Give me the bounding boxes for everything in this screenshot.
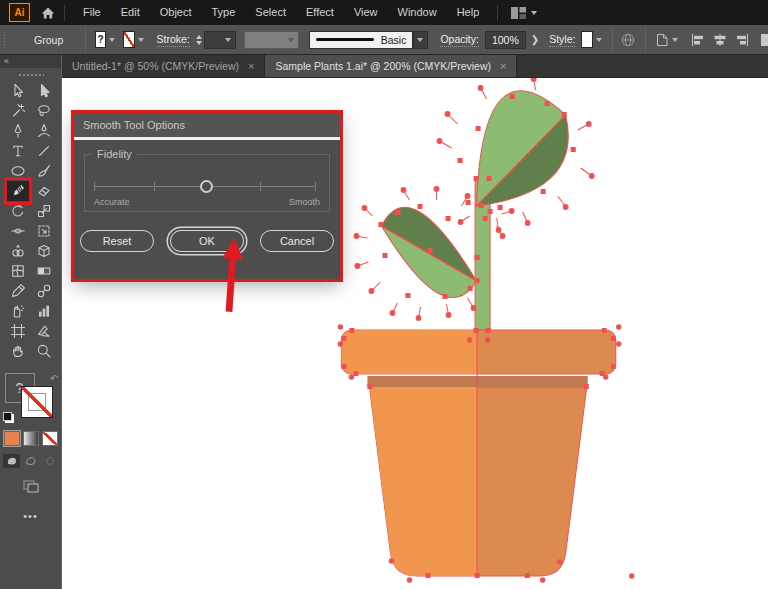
zoom-tool[interactable]	[31, 341, 57, 361]
document-setup-button[interactable]	[654, 32, 678, 48]
magic-wand-tool[interactable]	[5, 101, 31, 121]
menu-effect[interactable]: Effect	[296, 0, 344, 25]
menu-window[interactable]: Window	[388, 0, 447, 25]
tab-sample-plants[interactable]: Sample Plants 1.ai* @ 200% (CMYK/Preview…	[265, 55, 517, 77]
fill-color-swatch[interactable]: ?	[95, 31, 106, 48]
eyedropper-tool[interactable]	[5, 281, 31, 301]
pot-shape[interactable]	[341, 330, 615, 576]
stroke-label[interactable]: Stroke:	[157, 33, 190, 47]
align-partial-icon[interactable]	[758, 32, 768, 48]
menubar-separator	[497, 5, 498, 21]
shape-builder-tool[interactable]	[5, 241, 31, 261]
blend-tool[interactable]	[31, 281, 57, 301]
draw-behind-button[interactable]	[22, 454, 39, 468]
column-graph-tool[interactable]	[31, 301, 57, 321]
menu-help[interactable]: Help	[447, 0, 490, 25]
perspective-grid-tool[interactable]	[31, 241, 57, 261]
dialog-title[interactable]: Smooth Tool Options	[74, 113, 340, 137]
default-fill-stroke-icon[interactable]	[3, 412, 12, 421]
separator	[85, 29, 86, 51]
style-swatch[interactable]	[581, 31, 592, 48]
menu-view[interactable]: View	[344, 0, 388, 25]
hand-tool[interactable]	[5, 341, 31, 361]
align-center-icon[interactable]	[712, 32, 728, 48]
none-button[interactable]	[42, 431, 58, 446]
dialog-body: Fidelity Accurate Smo	[74, 140, 340, 279]
align-left-icon[interactable]	[690, 32, 706, 48]
fidelity-slider[interactable]	[94, 179, 315, 195]
app-logo-icon[interactable]: Ai	[9, 3, 30, 22]
cancel-button[interactable]: Cancel	[260, 230, 334, 252]
type-tool[interactable]	[5, 141, 31, 161]
stroke-weight-select[interactable]	[204, 31, 236, 49]
slice-tool[interactable]	[31, 321, 57, 341]
gradient-tool[interactable]	[31, 261, 57, 281]
workspace-switcher-button[interactable]	[510, 6, 537, 20]
workspace-icon	[510, 6, 527, 20]
brush-definition-select[interactable]: Basic	[309, 31, 414, 49]
menu-type[interactable]: Type	[202, 0, 246, 25]
publish-globe-icon[interactable]	[620, 32, 636, 48]
line-segment-tool[interactable]	[31, 141, 57, 161]
tools-panel: « ? ↶	[0, 55, 62, 589]
width-profile-select[interactable]	[244, 31, 299, 49]
reset-button[interactable]: Reset	[80, 230, 154, 252]
draw-inside-button[interactable]	[41, 454, 58, 468]
ellipse-tool[interactable]	[5, 161, 31, 181]
width-tool[interactable]	[5, 221, 31, 241]
panel-grip[interactable]	[3, 31, 6, 49]
tab-untitled-1[interactable]: Untitled-1* @ 50% (CMYK/Preview) ×	[62, 55, 265, 77]
menu-select[interactable]: Select	[245, 0, 296, 25]
illustrator-window: Ai File Edit Object Type Select Effect V…	[0, 0, 768, 589]
draw-normal-button[interactable]	[3, 454, 20, 468]
upper-leaf[interactable]	[477, 91, 569, 206]
tools-collapse-button[interactable]: «	[0, 55, 61, 68]
swap-fill-stroke-icon[interactable]: ↶	[50, 373, 58, 384]
stroke-weight-stepper[interactable]	[196, 35, 202, 45]
color-button[interactable]	[4, 431, 20, 446]
align-right-icon[interactable]	[734, 32, 750, 48]
eraser-tool[interactable]	[31, 181, 57, 201]
brush-chevron[interactable]	[413, 31, 428, 49]
artboard-tool[interactable]	[5, 321, 31, 341]
ok-button[interactable]: OK	[170, 230, 244, 252]
separator	[645, 29, 646, 51]
document-tab-bar: Untitled-1* @ 50% (CMYK/Preview) × Sampl…	[62, 55, 768, 78]
screen-mode-button[interactable]	[21, 478, 41, 494]
lasso-tool[interactable]	[31, 101, 57, 121]
style-chevron[interactable]	[596, 38, 602, 42]
close-icon[interactable]: ×	[500, 61, 506, 72]
mesh-tool[interactable]	[5, 261, 31, 281]
direct-selection-tool[interactable]	[31, 81, 57, 101]
home-icon[interactable]	[40, 5, 56, 21]
symbol-sprayer-tool[interactable]	[5, 301, 31, 321]
opacity-input[interactable]: 100%	[485, 31, 526, 49]
tools-grip[interactable]	[18, 73, 44, 77]
opacity-label[interactable]: Opacity:	[440, 33, 479, 47]
fill-chevron[interactable]	[109, 38, 115, 42]
free-transform-tool[interactable]	[31, 221, 57, 241]
stroke-chevron[interactable]	[138, 38, 144, 42]
slider-knob[interactable]	[200, 180, 213, 193]
curvature-tool[interactable]	[31, 121, 57, 141]
paintbrush-tool[interactable]	[31, 161, 57, 181]
style-label[interactable]: Style:	[549, 33, 575, 47]
opacity-flyout-arrow[interactable]: ❯	[526, 34, 544, 45]
close-icon[interactable]: ×	[248, 61, 254, 72]
artboard-canvas[interactable]: Smooth Tool Options Fidelity	[62, 78, 768, 589]
edit-toolbar-button[interactable]: •••	[0, 510, 61, 522]
slider-min-label: Accurate	[94, 197, 130, 207]
gradient-button[interactable]	[23, 431, 39, 446]
menu-file[interactable]: File	[73, 0, 111, 25]
draw-mode-row	[0, 454, 61, 468]
stroke-proxy[interactable]	[21, 386, 53, 418]
menu-object[interactable]: Object	[150, 0, 202, 25]
scale-tool[interactable]	[31, 201, 57, 221]
context-label: Group	[34, 34, 63, 46]
smooth-tool[interactable]	[5, 181, 31, 201]
stroke-color-swatch[interactable]	[123, 31, 134, 48]
pen-tool[interactable]	[5, 121, 31, 141]
menu-edit[interactable]: Edit	[111, 0, 150, 25]
rotate-tool[interactable]	[5, 201, 31, 221]
selection-tool[interactable]	[5, 81, 31, 101]
